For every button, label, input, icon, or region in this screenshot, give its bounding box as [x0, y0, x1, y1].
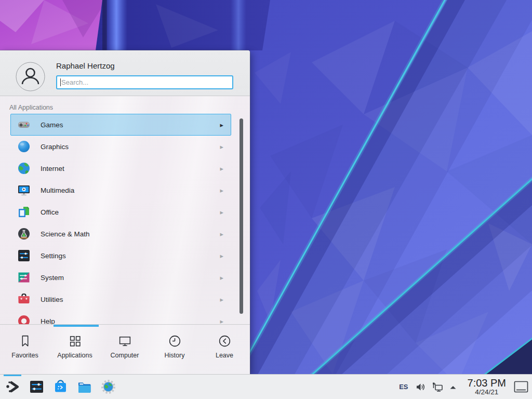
graphics-icon — [17, 139, 31, 154]
help-icon — [17, 314, 31, 324]
network-icon[interactable] — [431, 381, 444, 393]
application-category-list: Games ▸ Graphics ▸ Internet ▸ Multimedia… — [0, 114, 250, 324]
system-settings-button[interactable] — [27, 375, 46, 399]
discover-button[interactable] — [51, 375, 70, 399]
konqueror-icon — [100, 378, 117, 395]
bookmark-icon — [18, 334, 32, 348]
app-category-system[interactable]: System ▸ — [10, 267, 231, 288]
file-manager-button[interactable] — [75, 375, 94, 399]
office-icon — [17, 205, 31, 219]
clock-time: 7:03 PM — [468, 378, 506, 389]
discover-icon — [52, 378, 69, 395]
multimedia-icon — [17, 183, 31, 197]
tab-history[interactable]: History — [150, 328, 200, 373]
text-caret — [60, 78, 61, 86]
app-category-graphics[interactable]: Graphics ▸ — [10, 136, 231, 157]
launcher-header: Raphael Hertzog — [0, 50, 250, 96]
keyboard-layout-indicator[interactable]: ES — [399, 383, 408, 391]
digital-clock[interactable]: 7:03 PM 4/24/21 — [468, 378, 506, 396]
search-field-wrap — [56, 75, 233, 89]
system-icon — [17, 270, 31, 285]
kickoff-launcher-button[interactable] — [3, 375, 22, 399]
submenu-arrow-icon: ▸ — [220, 165, 223, 172]
user-avatar-icon[interactable] — [16, 62, 45, 91]
submenu-arrow-icon: ▸ — [220, 208, 223, 216]
computer-icon — [118, 334, 132, 348]
submenu-arrow-icon: ▸ — [220, 187, 223, 194]
gamepad-icon — [17, 117, 31, 132]
show-desktop-button[interactable] — [513, 380, 529, 394]
leave-icon — [218, 334, 232, 348]
science-icon — [17, 227, 31, 241]
tab-leave[interactable]: Leave — [200, 328, 249, 373]
submenu-arrow-icon: ▸ — [220, 317, 223, 325]
tab-computer[interactable]: Computer — [100, 328, 150, 373]
list-scrollbar[interactable] — [240, 118, 243, 314]
app-category-utilities[interactable]: Utilities ▸ — [10, 288, 231, 310]
history-icon — [168, 334, 182, 348]
submenu-arrow-icon: ▸ — [220, 296, 223, 303]
system-tray: ES 7:03 PM 4/24/21 — [399, 375, 532, 399]
web-browser-button[interactable] — [99, 375, 117, 399]
taskbar-app-icons — [0, 375, 123, 399]
submenu-arrow-icon: ▸ — [220, 274, 223, 282]
app-category-games[interactable]: Games ▸ — [10, 114, 231, 136]
submenu-arrow-icon: ▸ — [220, 230, 223, 238]
taskbar-panel: ES 7:03 PM 4/24/21 — [0, 374, 532, 399]
user-name: Raphael Hertzog — [56, 61, 115, 70]
settings-icon — [17, 248, 31, 263]
app-category-internet[interactable]: Internet ▸ — [10, 157, 231, 179]
section-label: All Applications — [9, 104, 53, 111]
active-tab-indicator — [54, 325, 99, 327]
application-launcher-panel: Raphael Hertzog All Applications Games ▸… — [0, 50, 250, 374]
tab-applications[interactable]: Applications — [50, 328, 100, 373]
app-category-help[interactable]: Help ▸ — [10, 310, 231, 324]
dolphin-icon — [76, 378, 93, 395]
launcher-tab-bar: Favorites Applications Computer History … — [0, 328, 250, 373]
submenu-arrow-icon: ▸ — [220, 252, 223, 260]
app-category-science-math[interactable]: Science & Math ▸ — [10, 223, 231, 245]
kickoff-icon — [4, 378, 21, 395]
submenu-arrow-icon: ▸ — [220, 143, 223, 151]
clock-date: 4/24/21 — [475, 389, 498, 396]
search-input[interactable] — [56, 75, 233, 89]
footer-separator — [0, 324, 250, 325]
app-category-settings[interactable]: Settings ▸ — [10, 245, 231, 267]
utilities-icon — [17, 292, 31, 307]
app-category-multimedia[interactable]: Multimedia ▸ — [10, 179, 231, 201]
app-category-office[interactable]: Office ▸ — [10, 201, 231, 223]
app-grid-icon — [68, 334, 82, 348]
systemsettings-icon — [28, 378, 45, 395]
volume-icon[interactable] — [415, 381, 426, 393]
expand-tray-caret-icon[interactable] — [449, 384, 457, 390]
tab-favorites[interactable]: Favorites — [0, 328, 50, 373]
desktop: Raphael Hertzog All Applications Games ▸… — [0, 0, 532, 399]
submenu-arrow-icon: ▸ — [220, 121, 223, 129]
globe-icon — [17, 161, 31, 176]
